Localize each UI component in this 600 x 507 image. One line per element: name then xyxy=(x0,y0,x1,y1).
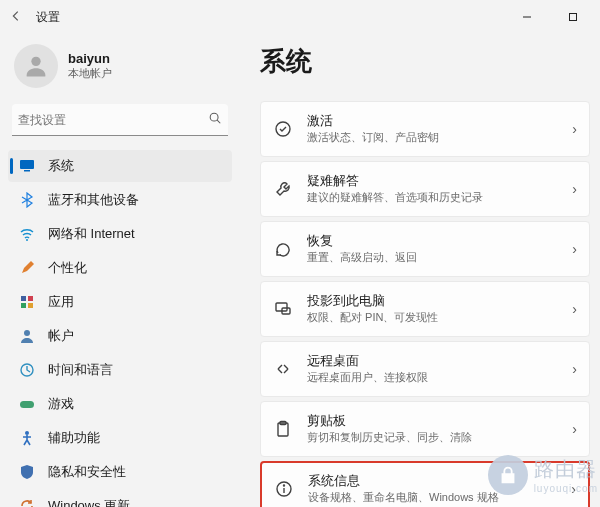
main-pane: 系统 激活激活状态、订阅、产品密钥 › 疑难解答建议的疑难解答、首选项和历史记录… xyxy=(240,34,600,507)
wrench-icon xyxy=(273,179,293,199)
nav-apps[interactable]: 应用 xyxy=(8,286,232,318)
card-sub: 剪切和复制历史记录、同步、清除 xyxy=(307,430,564,444)
accessibility-icon xyxy=(18,429,36,447)
card-sub: 建议的疑难解答、首选项和历史记录 xyxy=(307,190,564,204)
nav-privacy[interactable]: 隐私和安全性 xyxy=(8,456,232,488)
card-troubleshoot[interactable]: 疑难解答建议的疑难解答、首选项和历史记录 › xyxy=(260,161,590,217)
card-clipboard[interactable]: 剪贴板剪切和复制历史记录、同步、清除 › xyxy=(260,401,590,457)
svg-point-3 xyxy=(210,113,218,121)
nav-label: Windows 更新 xyxy=(48,497,130,507)
nav-network[interactable]: 网络和 Internet xyxy=(8,218,232,250)
user-block[interactable]: baiyun 本地帐户 xyxy=(8,40,232,102)
recovery-icon xyxy=(273,239,293,259)
chevron-right-icon: › xyxy=(572,241,577,257)
chevron-right-icon: › xyxy=(572,361,577,377)
nav-bluetooth[interactable]: 蓝牙和其他设备 xyxy=(8,184,232,216)
nav-system[interactable]: 系统 xyxy=(8,150,232,182)
svg-point-15 xyxy=(25,431,29,435)
chevron-right-icon: › xyxy=(572,181,577,197)
card-sub: 权限、配对 PIN、可发现性 xyxy=(307,310,564,324)
sidebar: baiyun 本地帐户 系统 蓝牙和其他设备 网络和 Internet xyxy=(0,34,240,507)
search-icon xyxy=(208,111,222,129)
svg-rect-9 xyxy=(28,296,33,301)
svg-point-2 xyxy=(31,57,40,66)
nav-accessibility[interactable]: 辅助功能 xyxy=(8,422,232,454)
svg-point-12 xyxy=(24,330,30,336)
card-title: 激活 xyxy=(307,113,564,130)
chevron-right-icon: › xyxy=(572,121,577,137)
nav-label: 帐户 xyxy=(48,327,74,345)
nav-gaming[interactable]: 游戏 xyxy=(8,388,232,420)
project-icon xyxy=(273,299,293,319)
card-sub: 重置、高级启动、返回 xyxy=(307,250,564,264)
search-box[interactable] xyxy=(12,104,228,136)
clock-icon xyxy=(18,361,36,379)
svg-rect-6 xyxy=(24,170,30,172)
nav-time-language[interactable]: 时间和语言 xyxy=(8,354,232,386)
svg-rect-10 xyxy=(21,303,26,308)
user-name: baiyun xyxy=(68,51,112,66)
card-title: 投影到此电脑 xyxy=(307,293,564,310)
svg-point-16 xyxy=(276,122,290,136)
nav-label: 隐私和安全性 xyxy=(48,463,126,481)
watermark-domain: luyouqi.com xyxy=(534,483,598,494)
maximize-button[interactable] xyxy=(550,0,596,34)
remote-icon xyxy=(273,359,293,379)
shield-icon xyxy=(18,463,36,481)
nav-label: 蓝牙和其他设备 xyxy=(48,191,139,209)
back-button[interactable] xyxy=(4,9,28,26)
svg-rect-11 xyxy=(28,303,33,308)
svg-point-7 xyxy=(26,239,28,241)
card-title: 远程桌面 xyxy=(307,353,564,370)
card-remote-desktop[interactable]: 远程桌面远程桌面用户、连接权限 › xyxy=(260,341,590,397)
nav-label: 系统 xyxy=(48,157,74,175)
card-activation[interactable]: 激活激活状态、订阅、产品密钥 › xyxy=(260,101,590,157)
settings-list: 激活激活状态、订阅、产品密钥 › 疑难解答建议的疑难解答、首选项和历史记录 › … xyxy=(260,101,590,507)
page-title: 系统 xyxy=(260,44,590,79)
display-icon xyxy=(18,157,36,175)
avatar xyxy=(14,44,58,88)
nav-accounts[interactable]: 帐户 xyxy=(8,320,232,352)
nav-label: 个性化 xyxy=(48,259,87,277)
search-input[interactable] xyxy=(18,113,208,127)
game-icon xyxy=(18,395,36,413)
svg-line-4 xyxy=(217,120,220,123)
card-title: 疑难解答 xyxy=(307,173,564,190)
chevron-right-icon: › xyxy=(572,301,577,317)
minimize-button[interactable] xyxy=(504,0,550,34)
nav-personalization[interactable]: 个性化 xyxy=(8,252,232,284)
brush-icon xyxy=(18,259,36,277)
svg-rect-1 xyxy=(570,14,577,21)
window-controls xyxy=(504,0,596,34)
watermark: 路由器 luyouqi.com xyxy=(488,455,598,495)
svg-rect-5 xyxy=(20,160,34,169)
check-icon xyxy=(273,119,293,139)
nav-list: 系统 蓝牙和其他设备 网络和 Internet 个性化 应用 帐户 xyxy=(8,150,232,507)
card-project-to-pc[interactable]: 投影到此电脑权限、配对 PIN、可发现性 › xyxy=(260,281,590,337)
card-title: 恢复 xyxy=(307,233,564,250)
card-recovery[interactable]: 恢复重置、高级启动、返回 › xyxy=(260,221,590,277)
card-sub: 远程桌面用户、连接权限 xyxy=(307,370,564,384)
router-icon xyxy=(488,455,528,495)
nav-label: 游戏 xyxy=(48,395,74,413)
watermark-title: 路由器 xyxy=(534,456,598,483)
svg-point-23 xyxy=(284,485,285,486)
clipboard-icon xyxy=(273,419,293,439)
card-title: 剪贴板 xyxy=(307,413,564,430)
window-title: 设置 xyxy=(36,9,60,26)
nav-label: 网络和 Internet xyxy=(48,225,135,243)
card-sub: 激活状态、订阅、产品密钥 xyxy=(307,130,564,144)
info-icon xyxy=(274,479,294,499)
bluetooth-icon xyxy=(18,191,36,209)
nav-label: 应用 xyxy=(48,293,74,311)
svg-rect-8 xyxy=(21,296,26,301)
chevron-right-icon: › xyxy=(572,421,577,437)
titlebar: 设置 xyxy=(0,0,600,34)
nav-label: 辅助功能 xyxy=(48,429,100,447)
nav-windows-update[interactable]: Windows 更新 xyxy=(8,490,232,507)
user-type: 本地帐户 xyxy=(68,66,112,81)
wifi-icon xyxy=(18,225,36,243)
person-icon xyxy=(18,327,36,345)
update-icon xyxy=(18,497,36,507)
nav-label: 时间和语言 xyxy=(48,361,113,379)
